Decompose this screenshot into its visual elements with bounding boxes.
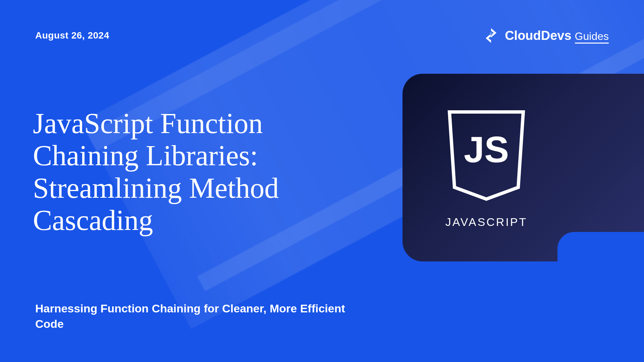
brand-logo: CloudDevs Guides — [482, 27, 609, 44]
brand-text: CloudDevs Guides — [505, 29, 609, 42]
javascript-card: JS JAVASCRIPT — [402, 74, 644, 261]
svg-text:JS: JS — [464, 129, 509, 170]
javascript-shield-icon: JS — [443, 107, 530, 205]
page-title: JavaScript Function Chaining Libraries: … — [33, 107, 335, 236]
publish-date: August 26, 2024 — [35, 30, 109, 41]
page-subtitle: Harnessing Function Chaining for Cleaner… — [35, 301, 357, 332]
clouddevs-icon — [482, 27, 500, 44]
javascript-label: JAVASCRIPT — [445, 216, 528, 229]
brand-name: CloudDevs — [505, 29, 571, 42]
card-notch-decoration — [557, 232, 644, 262]
presentation-slide: August 26, 2024 CloudDevs Guides JavaScr… — [0, 0, 644, 362]
brand-suffix: Guides — [575, 31, 609, 42]
